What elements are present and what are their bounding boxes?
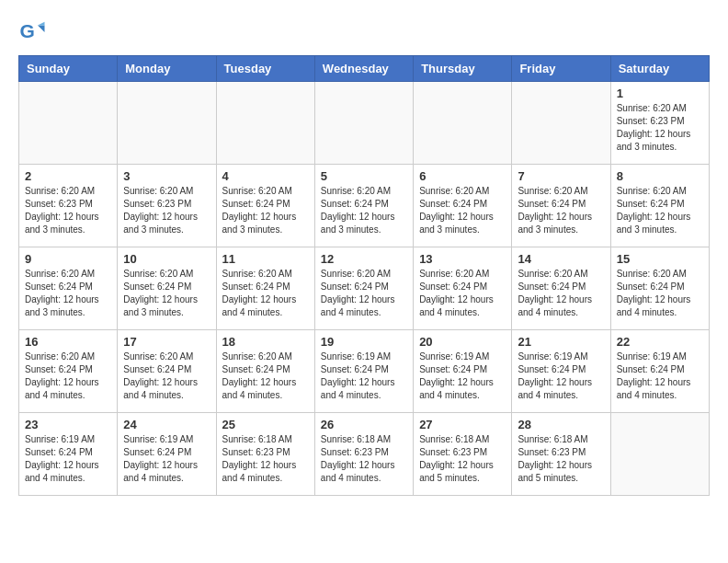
day-number: 13 — [419, 252, 506, 266]
calendar-cell: 20Sunrise: 6:19 AM Sunset: 6:24 PM Dayli… — [414, 330, 512, 413]
calendar-cell: 15Sunrise: 6:20 AM Sunset: 6:24 PM Dayli… — [610, 247, 709, 330]
day-info: Sunrise: 6:20 AM Sunset: 6:24 PM Dayligh… — [222, 185, 309, 236]
calendar-cell: 18Sunrise: 6:20 AM Sunset: 6:24 PM Dayli… — [216, 330, 314, 413]
calendar-header-friday: Friday — [512, 56, 610, 82]
day-info: Sunrise: 6:20 AM Sunset: 6:24 PM Dayligh… — [222, 350, 309, 402]
calendar-cell — [216, 82, 314, 165]
day-info: Sunrise: 6:19 AM Sunset: 6:24 PM Dayligh… — [419, 350, 506, 402]
calendar-week-row: 9Sunrise: 6:20 AM Sunset: 6:24 PM Daylig… — [19, 247, 710, 330]
day-info: Sunrise: 6:20 AM Sunset: 6:23 PM Dayligh… — [123, 185, 210, 236]
calendar-cell: 28Sunrise: 6:18 AM Sunset: 6:23 PM Dayli… — [512, 413, 610, 496]
day-info: Sunrise: 6:20 AM Sunset: 6:24 PM Dayligh… — [617, 268, 703, 319]
day-number: 1 — [617, 86, 703, 100]
calendar-header-sunday: Sunday — [19, 56, 118, 82]
day-info: Sunrise: 6:20 AM Sunset: 6:24 PM Dayligh… — [123, 350, 210, 402]
day-info: Sunrise: 6:19 AM Sunset: 6:24 PM Dayligh… — [25, 433, 111, 485]
calendar-cell: 8Sunrise: 6:20 AM Sunset: 6:24 PM Daylig… — [610, 165, 709, 247]
calendar-header-row: SundayMondayTuesdayWednesdayThursdayFrid… — [19, 56, 710, 82]
svg-marker-1 — [38, 26, 45, 33]
calendar-cell: 11Sunrise: 6:20 AM Sunset: 6:24 PM Dayli… — [216, 247, 314, 330]
logo-icon: G — [18, 18, 46, 46]
day-number: 19 — [321, 335, 407, 349]
calendar-cell: 7Sunrise: 6:20 AM Sunset: 6:24 PM Daylig… — [512, 165, 610, 247]
calendar-header-thursday: Thursday — [414, 56, 512, 82]
day-number: 23 — [25, 418, 111, 431]
day-info: Sunrise: 6:20 AM Sunset: 6:24 PM Dayligh… — [123, 268, 210, 319]
day-number: 7 — [518, 169, 604, 183]
calendar-week-row: 1Sunrise: 6:20 AM Sunset: 6:23 PM Daylig… — [19, 82, 710, 165]
day-info: Sunrise: 6:20 AM Sunset: 6:24 PM Dayligh… — [617, 185, 703, 236]
day-info: Sunrise: 6:20 AM Sunset: 6:24 PM Dayligh… — [25, 350, 111, 402]
day-number: 14 — [518, 252, 604, 266]
day-info: Sunrise: 6:19 AM Sunset: 6:24 PM Dayligh… — [617, 350, 703, 402]
day-number: 22 — [617, 335, 703, 349]
calendar-cell: 2Sunrise: 6:20 AM Sunset: 6:23 PM Daylig… — [19, 165, 118, 247]
calendar-cell: 12Sunrise: 6:20 AM Sunset: 6:24 PM Dayli… — [314, 247, 413, 330]
calendar-cell: 26Sunrise: 6:18 AM Sunset: 6:23 PM Dayli… — [314, 413, 413, 496]
calendar-cell — [512, 82, 610, 165]
header: G — [18, 18, 710, 46]
day-number: 17 — [123, 335, 210, 349]
calendar-cell: 16Sunrise: 6:20 AM Sunset: 6:24 PM Dayli… — [19, 330, 118, 413]
calendar-cell: 5Sunrise: 6:20 AM Sunset: 6:24 PM Daylig… — [314, 165, 413, 247]
day-info: Sunrise: 6:20 AM Sunset: 6:24 PM Dayligh… — [321, 185, 407, 236]
calendar-cell: 22Sunrise: 6:19 AM Sunset: 6:24 PM Dayli… — [610, 330, 709, 413]
calendar-cell: 1Sunrise: 6:20 AM Sunset: 6:23 PM Daylig… — [610, 82, 709, 165]
calendar-cell: 27Sunrise: 6:18 AM Sunset: 6:23 PM Dayli… — [414, 413, 512, 496]
day-number: 26 — [321, 418, 407, 431]
calendar-cell: 23Sunrise: 6:19 AM Sunset: 6:24 PM Dayli… — [19, 413, 118, 496]
day-info: Sunrise: 6:20 AM Sunset: 6:24 PM Dayligh… — [518, 268, 604, 319]
day-number: 11 — [222, 252, 309, 266]
calendar-cell — [610, 413, 709, 496]
day-info: Sunrise: 6:19 AM Sunset: 6:24 PM Dayligh… — [518, 350, 604, 402]
day-info: Sunrise: 6:20 AM Sunset: 6:23 PM Dayligh… — [25, 185, 111, 236]
svg-text:G: G — [20, 20, 35, 41]
calendar-cell: 24Sunrise: 6:19 AM Sunset: 6:24 PM Dayli… — [118, 413, 216, 496]
day-number: 3 — [123, 169, 210, 183]
svg-marker-2 — [38, 22, 45, 26]
day-number: 25 — [222, 418, 309, 431]
day-number: 21 — [518, 335, 604, 349]
calendar-cell: 21Sunrise: 6:19 AM Sunset: 6:24 PM Dayli… — [512, 330, 610, 413]
calendar-header-saturday: Saturday — [610, 56, 709, 82]
logo: G — [18, 18, 51, 46]
day-number: 27 — [419, 418, 506, 431]
calendar-header-tuesday: Tuesday — [216, 56, 314, 82]
day-info: Sunrise: 6:20 AM Sunset: 6:24 PM Dayligh… — [321, 268, 407, 319]
day-number: 8 — [617, 169, 703, 183]
calendar-cell: 6Sunrise: 6:20 AM Sunset: 6:24 PM Daylig… — [414, 165, 512, 247]
calendar-header-wednesday: Wednesday — [314, 56, 413, 82]
day-number: 15 — [617, 252, 703, 266]
day-info: Sunrise: 6:20 AM Sunset: 6:24 PM Dayligh… — [518, 185, 604, 236]
calendar-cell: 13Sunrise: 6:20 AM Sunset: 6:24 PM Dayli… — [414, 247, 512, 330]
calendar-cell: 19Sunrise: 6:19 AM Sunset: 6:24 PM Dayli… — [314, 330, 413, 413]
calendar-cell: 3Sunrise: 6:20 AM Sunset: 6:23 PM Daylig… — [118, 165, 216, 247]
day-number: 6 — [419, 169, 506, 183]
day-number: 28 — [518, 418, 604, 431]
calendar-cell: 9Sunrise: 6:20 AM Sunset: 6:24 PM Daylig… — [19, 247, 118, 330]
day-info: Sunrise: 6:18 AM Sunset: 6:23 PM Dayligh… — [518, 433, 604, 485]
day-number: 9 — [25, 252, 111, 266]
day-info: Sunrise: 6:20 AM Sunset: 6:24 PM Dayligh… — [25, 268, 111, 319]
calendar-cell — [118, 82, 216, 165]
calendar-cell: 4Sunrise: 6:20 AM Sunset: 6:24 PM Daylig… — [216, 165, 314, 247]
day-info: Sunrise: 6:20 AM Sunset: 6:24 PM Dayligh… — [222, 268, 309, 319]
day-info: Sunrise: 6:19 AM Sunset: 6:24 PM Dayligh… — [321, 350, 407, 402]
day-info: Sunrise: 6:20 AM Sunset: 6:24 PM Dayligh… — [419, 185, 506, 236]
day-info: Sunrise: 6:20 AM Sunset: 6:24 PM Dayligh… — [419, 268, 506, 319]
calendar-table: SundayMondayTuesdayWednesdayThursdayFrid… — [18, 55, 710, 496]
calendar-cell — [414, 82, 512, 165]
day-info: Sunrise: 6:20 AM Sunset: 6:23 PM Dayligh… — [617, 102, 703, 154]
day-info: Sunrise: 6:18 AM Sunset: 6:23 PM Dayligh… — [321, 433, 407, 485]
day-number: 12 — [321, 252, 407, 266]
calendar-cell: 14Sunrise: 6:20 AM Sunset: 6:24 PM Dayli… — [512, 247, 610, 330]
day-info: Sunrise: 6:18 AM Sunset: 6:23 PM Dayligh… — [222, 433, 309, 485]
day-number: 16 — [25, 335, 111, 349]
calendar-cell — [19, 82, 118, 165]
day-number: 10 — [123, 252, 210, 266]
calendar-cell: 10Sunrise: 6:20 AM Sunset: 6:24 PM Dayli… — [118, 247, 216, 330]
day-info: Sunrise: 6:18 AM Sunset: 6:23 PM Dayligh… — [419, 433, 506, 485]
day-number: 24 — [123, 418, 210, 431]
day-number: 20 — [419, 335, 506, 349]
day-number: 18 — [222, 335, 309, 349]
